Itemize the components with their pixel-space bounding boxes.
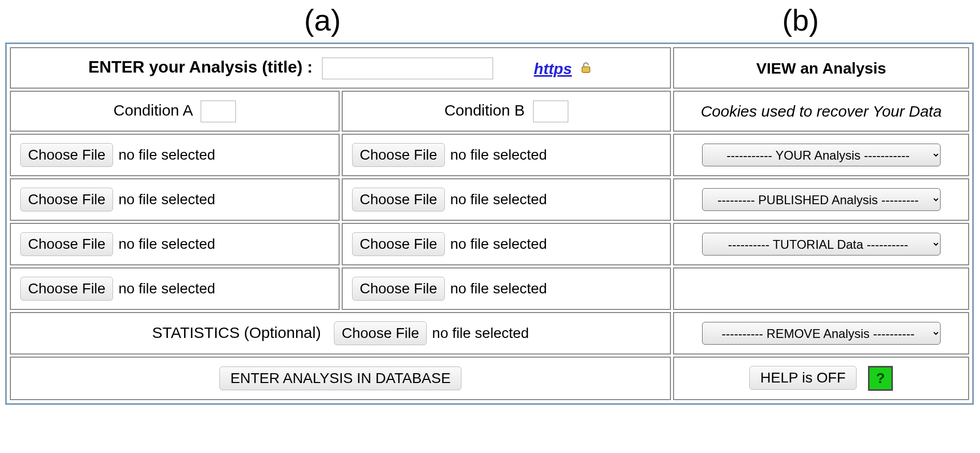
condition-a-input[interactable] [201, 101, 236, 122]
file-a1-cell: Choose File no file selected [10, 134, 340, 176]
cookie-note: Cookies used to recover Your Data [701, 103, 942, 120]
choose-file-a1-button[interactable]: Choose File [20, 143, 113, 167]
layout-table: ENTER your Analysis (title) : https VIEW… [8, 45, 971, 402]
file-stats-status: no file selected [432, 324, 529, 343]
published-analysis-cell: --------- PUBLISHED Analysis --------- [673, 178, 969, 221]
statistics-cell: STATISTICS (Optionnal) Choose File no fi… [10, 312, 671, 355]
file-a1-status: no file selected [118, 146, 215, 164]
file-b4-status: no file selected [450, 279, 547, 298]
choose-file-stats-button[interactable]: Choose File [334, 321, 427, 345]
file-b4-cell: Choose File no file selected [342, 267, 671, 310]
svg-rect-0 [582, 66, 590, 72]
view-analysis-header-cell: VIEW an Analysis [673, 47, 969, 89]
file-a2-status: no file selected [118, 190, 215, 209]
choose-file-a4-button[interactable]: Choose File [20, 277, 113, 301]
help-cell: HELP is OFF ? [673, 357, 969, 400]
your-analysis-select[interactable]: ----------- YOUR Analysis ----------- [702, 144, 941, 166]
file-a4-cell: Choose File no file selected [10, 267, 340, 310]
empty-cell [673, 267, 969, 310]
your-analysis-cell: ----------- YOUR Analysis ----------- [673, 134, 969, 176]
cookie-note-cell: Cookies used to recover Your Data [673, 91, 969, 132]
help-toggle-button[interactable]: HELP is OFF [749, 366, 856, 390]
published-analysis-select[interactable]: --------- PUBLISHED Analysis --------- [702, 188, 941, 211]
condition-a-cell: Condition A [10, 91, 340, 132]
enter-analysis-db-button[interactable]: ENTER ANALYSIS IN DATABASE [219, 366, 461, 390]
choose-file-b2-button[interactable]: Choose File [352, 188, 445, 211]
statistics-label: STATISTICS (Optionnal) [152, 324, 321, 341]
choose-file-b4-button[interactable]: Choose File [352, 277, 445, 301]
condition-a-label: Condition A [114, 102, 192, 119]
main-frame: ENTER your Analysis (title) : https VIEW… [5, 43, 974, 405]
file-b3-cell: Choose File no file selected [342, 223, 671, 265]
file-a3-status: no file selected [118, 235, 215, 253]
file-b2-cell: Choose File no file selected [342, 178, 671, 221]
view-analysis-label: VIEW an Analysis [756, 60, 886, 77]
panel-label-b: (b) [645, 5, 956, 35]
file-b2-status: no file selected [450, 190, 547, 209]
file-a4-status: no file selected [118, 279, 215, 298]
condition-b-input[interactable] [533, 101, 568, 122]
panel-label-a: (a) [0, 5, 645, 35]
file-b1-cell: Choose File no file selected [342, 134, 671, 176]
file-b3-status: no file selected [450, 235, 547, 253]
remove-analysis-cell: ---------- REMOVE Analysis ---------- [673, 312, 969, 355]
panel-labels: (a) (b) [0, 0, 980, 43]
file-b1-status: no file selected [450, 146, 547, 164]
file-a3-cell: Choose File no file selected [10, 223, 340, 265]
condition-b-label: Condition B [444, 102, 525, 119]
tutorial-data-select[interactable]: ---------- TUTORIAL Data ---------- [702, 233, 941, 256]
enter-db-cell: ENTER ANALYSIS IN DATABASE [10, 357, 671, 400]
enter-analysis-label: ENTER your Analysis (title) : [88, 58, 313, 76]
analysis-title-input[interactable] [322, 58, 493, 79]
choose-file-b1-button[interactable]: Choose File [352, 143, 445, 167]
choose-file-a2-button[interactable]: Choose File [20, 188, 113, 211]
tutorial-data-cell: ---------- TUTORIAL Data ---------- [673, 223, 969, 265]
help-question-button[interactable]: ? [868, 366, 893, 391]
condition-b-cell: Condition B [342, 91, 671, 132]
enter-analysis-header-cell: ENTER your Analysis (title) : https [10, 47, 671, 89]
choose-file-a3-button[interactable]: Choose File [20, 232, 113, 256]
lock-open-icon [579, 59, 593, 79]
choose-file-b3-button[interactable]: Choose File [352, 232, 445, 256]
remove-analysis-select[interactable]: ---------- REMOVE Analysis ---------- [702, 322, 941, 345]
https-link[interactable]: https [534, 60, 572, 77]
file-a2-cell: Choose File no file selected [10, 178, 340, 221]
